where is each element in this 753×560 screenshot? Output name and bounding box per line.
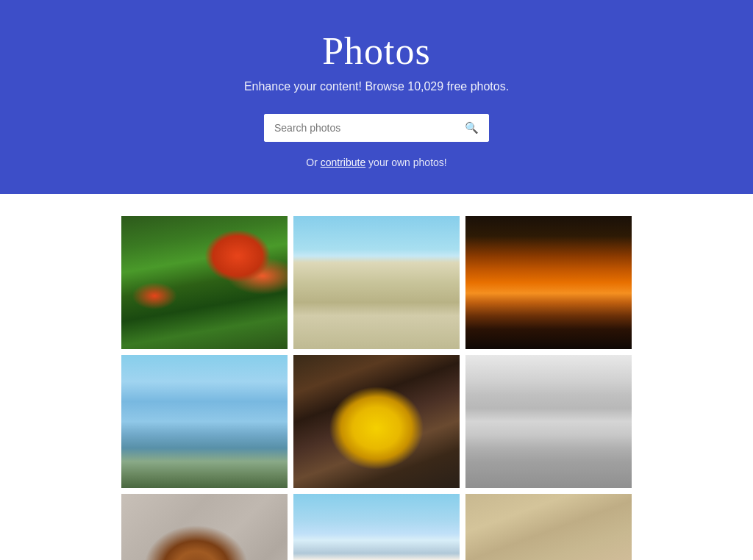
search-button[interactable]: 🔍 — [454, 114, 489, 142]
search-icon: 🔍 — [465, 121, 479, 134]
photo-cell-8[interactable] — [293, 494, 460, 560]
hero-section: Photos Enhance your content! Browse 10,0… — [0, 0, 753, 194]
page-title: Photos — [15, 29, 738, 73]
photo-image-4 — [121, 355, 288, 488]
photo-image-9 — [465, 494, 632, 560]
photo-cell-6[interactable] — [465, 355, 632, 488]
contribute-link[interactable]: contribute — [321, 157, 365, 168]
photo-cell-2[interactable] — [293, 216, 460, 349]
search-bar: 🔍 — [264, 114, 489, 142]
photo-image-1 — [121, 216, 288, 349]
photo-image-5 — [293, 355, 460, 488]
photo-grid-section — [0, 194, 753, 560]
search-input[interactable] — [264, 114, 454, 142]
contribute-prefix: Or — [306, 157, 320, 168]
photo-image-8 — [293, 494, 460, 560]
contribute-text: Or contribute your own photos! — [15, 157, 738, 168]
photo-image-7 — [121, 494, 288, 560]
hero-subtitle: Enhance your content! Browse 10,029 free… — [15, 80, 738, 93]
photo-cell-9[interactable] — [465, 494, 632, 560]
photo-cell-5[interactable] — [293, 355, 460, 488]
contribute-suffix: your own photos! — [365, 157, 447, 168]
photo-image-3 — [465, 216, 632, 349]
photo-image-6 — [465, 355, 632, 488]
photo-cell-3[interactable] — [465, 216, 632, 349]
photo-cell-7[interactable] — [121, 494, 288, 560]
photo-image-2 — [293, 216, 460, 349]
search-container: 🔍 — [15, 114, 738, 142]
photo-grid — [121, 216, 632, 560]
photo-cell-1[interactable] — [121, 216, 288, 349]
photo-cell-4[interactable] — [121, 355, 288, 488]
